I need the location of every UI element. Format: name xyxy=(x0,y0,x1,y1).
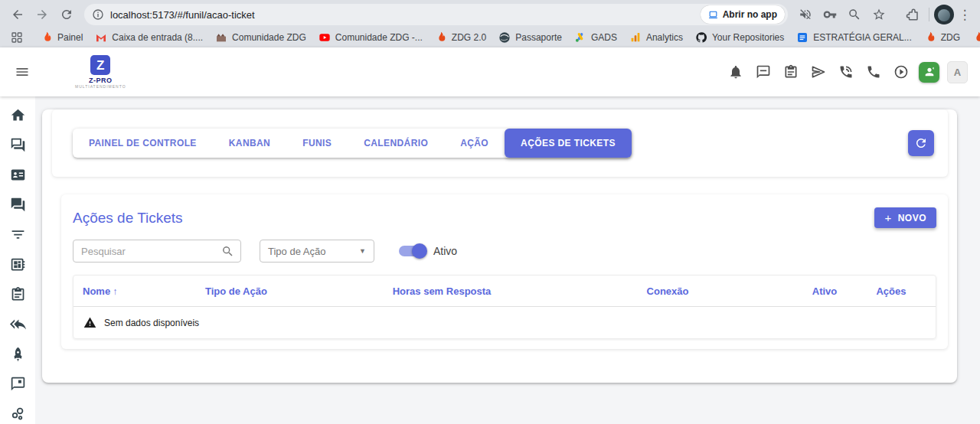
plus-icon: + xyxy=(884,212,891,223)
bookmark-item[interactable]: Passaporte xyxy=(967,30,980,45)
bookmark-item[interactable]: Comunidade ZDG xyxy=(210,30,312,45)
bookmark-item[interactable]: ZDG 2.0 xyxy=(430,30,492,45)
sidebar-reply-all-icon[interactable] xyxy=(8,315,27,333)
sidebar-kanban-board-icon[interactable] xyxy=(8,255,27,273)
reload-button[interactable] xyxy=(55,3,78,26)
support-agent-button[interactable] xyxy=(919,62,939,83)
tab-acoes-de-tickets[interactable]: AÇÕES DE TICKETS xyxy=(505,129,632,158)
toolbar-divider xyxy=(929,8,929,21)
blue-doc-icon xyxy=(796,31,808,44)
sidebar-chats-filled-icon[interactable] xyxy=(8,195,27,214)
column-tipo-de-acao[interactable]: Tipo de Ação xyxy=(201,285,346,297)
action-type-select[interactable]: Tipo de Ação ▼ xyxy=(260,240,374,263)
mute-icon[interactable] xyxy=(794,3,817,26)
back-button[interactable] xyxy=(6,3,29,26)
tab-kanban[interactable]: KANBAN xyxy=(213,129,286,158)
bookmark-label: ZDG 2.0 xyxy=(452,32,486,43)
sidebar-chats-icon[interactable] xyxy=(8,135,27,154)
bookmark-item[interactable]: Passaporte xyxy=(493,30,567,45)
new-action-button[interactable]: + NOVO xyxy=(874,207,936,228)
hamburger-menu-icon[interactable] xyxy=(12,62,32,82)
table-header-row: Nome↑ Tipo de Ação Horas sem Resposta Co… xyxy=(74,276,936,307)
bookmark-star-icon[interactable] xyxy=(867,3,890,26)
logo-mark: Z xyxy=(90,55,110,75)
extensions-icon[interactable] xyxy=(901,3,924,26)
column-horas-sem-resposta[interactable]: Horas sem Resposta xyxy=(346,285,537,297)
logo-title: Z-PRO xyxy=(89,77,113,84)
bookmark-item[interactable]: ZDG xyxy=(919,30,965,45)
sidebar-bubble-chart-icon[interactable] xyxy=(8,404,27,422)
refresh-button[interactable] xyxy=(908,130,934,156)
sidebar-home-icon[interactable] xyxy=(8,106,27,124)
empty-message: Sem dados disponíveis xyxy=(104,318,199,328)
bookmark-label: Comunidade ZDG xyxy=(232,32,306,43)
github-icon xyxy=(695,31,707,44)
tab-acao[interactable]: AÇÃO xyxy=(444,129,505,158)
clipboard-icon[interactable] xyxy=(781,62,801,82)
search-input[interactable] xyxy=(81,246,221,257)
bookmark-label: Analytics xyxy=(646,32,683,43)
bookmark-item[interactable]: Analytics xyxy=(624,30,688,45)
url-text[interactable]: localhost:5173/#/funil/acao-ticket xyxy=(110,9,255,21)
bookmark-item[interactable]: Caixa de entrada (8.... xyxy=(90,30,208,45)
flame-icon xyxy=(435,31,447,44)
bookmark-label: ESTRATÉGIA GERAL... xyxy=(813,32,911,43)
sidebar-campaign-bubble-icon[interactable] xyxy=(8,374,27,393)
bookmark-item[interactable]: Painel xyxy=(35,30,88,45)
column-ativo[interactable]: Ativo xyxy=(798,285,851,297)
apps-grid-icon[interactable] xyxy=(8,29,26,46)
logo-subtitle: MULTIATENDIMENTO xyxy=(75,85,126,89)
column-conexao[interactable]: Conexão xyxy=(537,285,798,297)
forward-button[interactable] xyxy=(31,3,54,26)
sidebar-rocket-icon[interactable] xyxy=(8,344,27,363)
bookmark-item[interactable]: ESTRATÉGIA GERAL... xyxy=(791,30,916,45)
phone-in-talk-icon[interactable] xyxy=(836,62,856,82)
user-avatar[interactable]: A xyxy=(947,61,968,83)
tab-painel-de-controle[interactable]: PAINEL DE CONTROLE xyxy=(73,129,213,158)
address-bar[interactable]: localhost:5173/#/funil/acao-ticket Abrir… xyxy=(84,4,788,25)
active-toggle-label: Ativo xyxy=(433,245,457,257)
toggle-thumb xyxy=(412,243,427,259)
active-toggle-wrap: Ativo xyxy=(399,245,457,257)
app-header: Z Z-PRO MULTIATENDIMENTO A xyxy=(0,47,980,96)
bookmark-label: Caixa de entrada (8.... xyxy=(112,32,203,43)
password-key-icon[interactable] xyxy=(818,3,841,26)
open-in-app-label: Abrir no app xyxy=(723,9,777,20)
bookmark-label: Passaporte xyxy=(515,32,562,43)
header-actions: A xyxy=(726,61,968,83)
sidebar-filter-icon[interactable] xyxy=(8,225,27,243)
tab-calendario[interactable]: CALENDÁRIO xyxy=(348,129,444,158)
chat-message-icon[interactable] xyxy=(753,62,773,82)
browser-menu-icon[interactable]: ⋮ xyxy=(956,7,974,23)
action-type-value: Tipo de Ação xyxy=(268,246,325,257)
bookmark-item[interactable]: Comunidade ZDG -... xyxy=(313,30,428,45)
search-icon xyxy=(221,245,234,258)
sidebar xyxy=(0,96,35,424)
play-circle-icon[interactable] xyxy=(891,62,911,82)
bookmark-label: Comunidade ZDG -... xyxy=(335,32,423,43)
open-in-app-button[interactable]: Abrir no app xyxy=(701,5,785,24)
notifications-bell-icon[interactable] xyxy=(726,62,746,82)
send-icon[interactable] xyxy=(808,62,828,82)
phone-icon[interactable] xyxy=(864,62,884,82)
funnel-page-card: PAINEL DE CONTROLE KANBAN FUNIS CALENDÁR… xyxy=(42,109,957,383)
zoom-icon[interactable] xyxy=(843,3,866,26)
bookmark-item[interactable]: Your Repositories xyxy=(690,30,789,45)
tab-funis[interactable]: FUNIS xyxy=(286,129,348,158)
search-field[interactable] xyxy=(73,240,241,263)
flame-icon xyxy=(972,31,980,44)
app-logo[interactable]: Z Z-PRO MULTIATENDIMENTO xyxy=(75,55,126,89)
bookmark-item[interactable]: GADS xyxy=(569,30,622,45)
sidebar-tasks-icon[interactable] xyxy=(8,285,27,303)
browser-profile-avatar[interactable] xyxy=(934,5,954,24)
sidebar-contacts-icon[interactable] xyxy=(8,165,27,184)
flame-icon xyxy=(924,31,936,44)
column-nome[interactable]: Nome↑ xyxy=(78,285,201,297)
youtube-icon xyxy=(318,31,331,44)
warning-icon xyxy=(83,316,96,329)
column-acoes[interactable]: Ações xyxy=(851,285,931,297)
active-toggle[interactable] xyxy=(399,246,425,256)
site-info-icon[interactable] xyxy=(92,8,104,21)
sort-asc-icon: ↑ xyxy=(113,286,117,297)
bookmark-label: GADS xyxy=(591,32,617,43)
